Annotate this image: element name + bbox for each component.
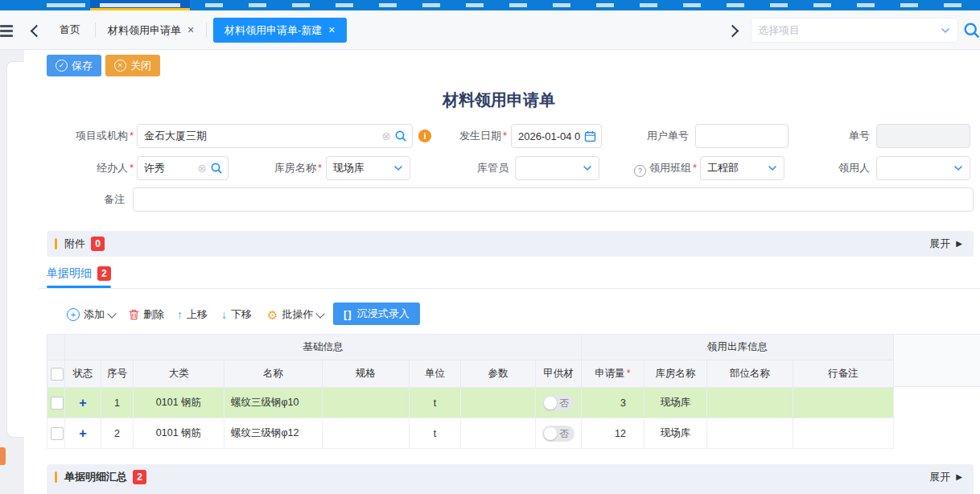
- left-rail-marker: [0, 447, 6, 465]
- cell-param[interactable]: [461, 388, 536, 418]
- chevron-down-icon: [393, 163, 403, 173]
- date-input[interactable]: [511, 124, 602, 148]
- remark-input[interactable]: [133, 187, 974, 212]
- group-header-basic: 基础信息: [65, 335, 582, 360]
- row-checkbox[interactable]: [51, 397, 64, 410]
- row-add-icon[interactable]: +: [79, 426, 86, 440]
- cell-unit[interactable]: t: [410, 388, 461, 418]
- calendar-icon[interactable]: [584, 130, 596, 142]
- project-select[interactable]: [751, 18, 958, 43]
- chevron-down-icon: [953, 163, 963, 173]
- close-icon[interactable]: ×: [328, 23, 335, 36]
- delete-button[interactable]: 删除: [129, 307, 164, 323]
- recipient-field-label: 领用人: [821, 156, 870, 180]
- cell-qty[interactable]: 3: [582, 388, 644, 418]
- project-input[interactable]: ⊗: [137, 124, 413, 148]
- cell-row-remark[interactable]: [793, 388, 894, 418]
- col-qty: 申请量*: [582, 360, 644, 388]
- cell-unit[interactable]: t: [410, 418, 461, 449]
- cell-warehouse[interactable]: 现场库: [644, 418, 707, 449]
- batch-ops-button[interactable]: ⚙批操作: [267, 307, 323, 323]
- row-checkbox[interactable]: [51, 427, 64, 440]
- cell-qty[interactable]: 12: [582, 418, 644, 449]
- row-add-icon[interactable]: +: [79, 396, 86, 410]
- date-input-field[interactable]: [512, 130, 584, 142]
- remark-input-field[interactable]: [134, 194, 973, 206]
- info-icon[interactable]: i: [418, 130, 431, 142]
- page-title: 材料领用申请单: [24, 89, 974, 111]
- summary-bar[interactable]: 单据明细汇总 2 展开▶: [47, 464, 974, 494]
- clear-icon[interactable]: ⊗: [197, 163, 207, 174]
- add-button[interactable]: +添加: [67, 307, 115, 323]
- left-rail-panel: [6, 61, 24, 438]
- attachment-bar[interactable]: 附件 0 展开▶: [47, 231, 974, 257]
- expand-arrow-icon: ▶: [956, 237, 962, 251]
- col-category: 大类: [134, 360, 224, 388]
- owner-supplied-toggle[interactable]: 否: [542, 426, 574, 442]
- search-icon[interactable]: [963, 22, 980, 39]
- project-select-input[interactable]: [751, 24, 941, 36]
- table-row[interactable]: + 1 0101 钢筋 螺纹三级钢φ10 t 否 3 现场库: [47, 388, 894, 418]
- cell-row-remark[interactable]: [793, 418, 894, 449]
- handler-input-field[interactable]: [138, 163, 197, 175]
- top-nav-active-item[interactable]: [90, 0, 190, 10]
- help-icon[interactable]: ?: [634, 165, 646, 177]
- tab-home[interactable]: 首页: [60, 22, 80, 38]
- cell-part[interactable]: [707, 388, 793, 418]
- arrow-down-icon: ↓: [221, 308, 227, 321]
- table-header-filler: [893, 334, 980, 387]
- team-select[interactable]: 工程部: [700, 156, 784, 180]
- clear-icon[interactable]: ⊗: [381, 130, 391, 142]
- cell-spec[interactable]: [323, 418, 410, 449]
- group-header-issue: 领用出库信息: [582, 335, 894, 360]
- cell-part[interactable]: [707, 418, 793, 449]
- cell-name[interactable]: 螺纹三级钢φ10: [224, 388, 323, 418]
- cell-name[interactable]: 螺纹三级钢φ12: [224, 418, 323, 449]
- recipient-select[interactable]: [876, 156, 970, 180]
- close-button-label: 关闭: [130, 59, 151, 73]
- attachment-expand-button[interactable]: 展开▶: [929, 237, 962, 251]
- close-button[interactable]: ×关闭: [105, 55, 160, 76]
- warehouse-select[interactable]: 现场库: [326, 156, 410, 180]
- save-button-label: 保存: [72, 59, 93, 73]
- menu-icon[interactable]: [0, 23, 13, 37]
- table-row[interactable]: + 2 0101 钢筋 螺纹三级钢φ12 t 否 12 现场库: [47, 418, 894, 449]
- keeper-select[interactable]: [515, 156, 599, 180]
- chevron-down-icon: [316, 309, 325, 318]
- project-input-field[interactable]: [138, 130, 381, 142]
- select-all-checkbox[interactable]: [51, 368, 64, 381]
- search-icon[interactable]: [210, 162, 223, 175]
- immersive-entry-button[interactable]: []沉浸式录入: [333, 303, 420, 325]
- search-icon[interactable]: [394, 130, 407, 142]
- col-warehouse: 库房名称: [644, 360, 707, 388]
- save-button[interactable]: ✓保存: [47, 55, 101, 76]
- tab-detail-underline: [47, 286, 111, 288]
- chevron-left-icon[interactable]: [31, 25, 43, 38]
- col-part: 部位名称: [707, 360, 793, 388]
- detail-table: 基础信息 领用出库信息 状态 序号 大类 名称 规格 单位 参数 甲供材 申请量…: [47, 334, 894, 449]
- plus-circle-icon: +: [67, 308, 80, 321]
- close-icon[interactable]: ×: [187, 23, 194, 36]
- user-no-input[interactable]: [695, 124, 789, 148]
- handler-input[interactable]: ⊗: [137, 156, 229, 180]
- tab-bar: 首页 材料领用申请单× 材料领用申请单-新建×: [0, 10, 980, 50]
- owner-supplied-toggle[interactable]: 否: [542, 395, 574, 411]
- cell-category[interactable]: 0101 钢筋: [134, 418, 224, 449]
- col-owner-supplied: 甲供材: [536, 360, 582, 388]
- user-no-input-field[interactable]: [696, 130, 788, 142]
- chevron-down-icon[interactable]: [941, 26, 950, 35]
- tab-material-requisition-new[interactable]: 材料领用申请单-新建×: [213, 18, 347, 43]
- cell-spec[interactable]: [323, 388, 410, 418]
- tab-label: 材料领用申请单: [108, 24, 181, 36]
- cell-param[interactable]: [461, 418, 536, 449]
- tab-detail[interactable]: 单据明细2: [47, 266, 111, 281]
- cell-category[interactable]: 0101 钢筋: [134, 388, 224, 418]
- move-up-button[interactable]: ↑上移: [177, 307, 208, 323]
- summary-expand-button[interactable]: 展开▶: [929, 470, 962, 484]
- tab-material-requisition[interactable]: 材料领用申请单×: [108, 22, 194, 39]
- col-row-remark: 行备注: [793, 360, 894, 388]
- group-header-empty: [47, 335, 65, 360]
- chevron-right-icon[interactable]: [727, 25, 739, 38]
- move-down-button[interactable]: ↓下移: [221, 307, 252, 323]
- cell-warehouse[interactable]: 现场库: [644, 388, 707, 418]
